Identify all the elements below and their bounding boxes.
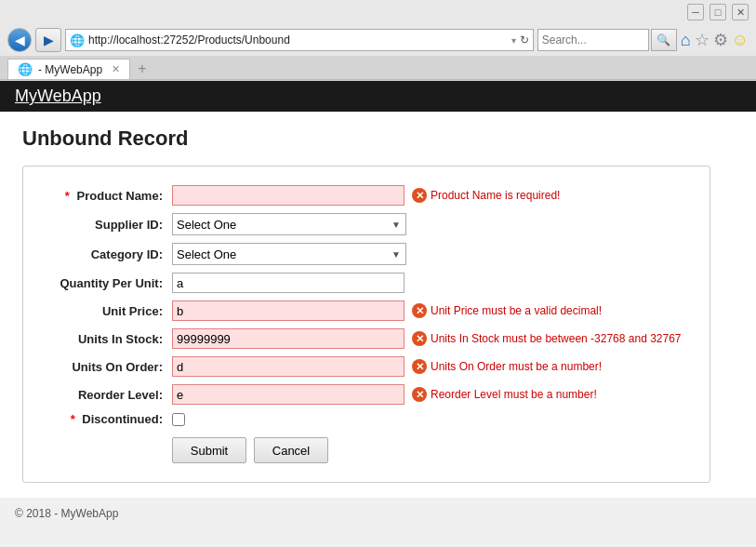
units-on-order-input[interactable] (172, 356, 405, 377)
smiley-icon[interactable]: ☺ (732, 31, 749, 50)
tab-bar: 🌐 - MyWebApp ✕ + (0, 56, 756, 80)
minimize-button[interactable]: ─ (687, 4, 704, 20)
category-id-row: Category ID: Select One (51, 243, 682, 265)
units-in-stock-error: ✕ Units In Stock must be between -32768 … (412, 331, 682, 346)
unit-price-input[interactable] (172, 300, 405, 321)
unit-price-row: Unit Price: ✕ Unit Price must be a valid… (51, 300, 682, 321)
reorder-level-error: ✕ Reorder Level must be a number! (412, 387, 597, 402)
toolbar-icons: ⌂ ☆ ⚙ ☺ (681, 30, 749, 50)
quantity-per-unit-input[interactable] (172, 273, 405, 293)
quantity-per-unit-row: Quantity Per Unit: (51, 273, 682, 293)
product-name-label: * Product Name: (51, 189, 172, 203)
search-bar: 🔍 (537, 29, 677, 51)
browser-tab[interactable]: 🌐 - MyWebApp ✕ (7, 59, 130, 79)
tab-close-button[interactable]: ✕ (112, 63, 120, 75)
quantity-per-unit-label: Quantity Per Unit: (51, 276, 172, 290)
unit-price-error-icon: ✕ (412, 303, 427, 318)
units-in-stock-error-text: Units In Stock must be between -32768 an… (431, 332, 682, 345)
reorder-level-label: Reorder Level: (51, 388, 172, 402)
footer: © 2018 - MyWebApp (0, 498, 756, 529)
required-star: * (65, 189, 70, 203)
supplier-id-label: Supplier ID: (51, 218, 172, 232)
search-input[interactable] (537, 29, 649, 51)
category-id-select[interactable]: Select One (172, 243, 406, 265)
address-icon: 🌐 (70, 33, 85, 47)
category-id-label: Category ID: (51, 247, 172, 261)
address-bar: ◀ ▶ 🌐 http://localhost:27252/Products/Un… (0, 24, 756, 56)
refresh-button[interactable]: ↻ (520, 33, 529, 47)
units-in-stock-row: Units In Stock: ✕ Units In Stock must be… (51, 328, 682, 349)
units-on-order-row: Units On Order: ✕ Units On Order must be… (51, 356, 682, 377)
home-icon[interactable]: ⌂ (681, 31, 691, 50)
error-icon: ✕ (412, 188, 427, 203)
brand-link[interactable]: MyWebApp (15, 87, 101, 105)
settings-icon[interactable]: ⚙ (713, 30, 728, 50)
supplier-select-wrap: Select One (172, 213, 406, 235)
discontinued-label: * Discontinued: (51, 412, 172, 426)
address-text: http://localhost:27252/Products/Unbound (88, 33, 511, 47)
address-dropdown[interactable]: ▾ (511, 35, 516, 46)
product-name-row: * Product Name: ✕ Product Name is requir… (51, 185, 682, 206)
close-button[interactable]: ✕ (732, 4, 749, 20)
units-in-stock-input[interactable] (172, 328, 405, 349)
discontinued-checkbox[interactable] (172, 413, 185, 426)
unit-price-label: Unit Price: (51, 304, 172, 318)
units-on-order-error: ✕ Units On Order must be a number! (412, 359, 602, 374)
forward-button[interactable]: ▶ (35, 28, 61, 52)
new-tab-button[interactable]: + (134, 60, 150, 77)
favorites-icon[interactable]: ☆ (695, 30, 710, 50)
back-button[interactable]: ◀ (7, 28, 32, 52)
units-on-order-label: Units On Order: (51, 360, 172, 374)
reorder-level-error-icon: ✕ (412, 387, 427, 402)
product-name-input[interactable] (172, 185, 405, 206)
supplier-id-select[interactable]: Select One (172, 213, 406, 235)
units-on-order-error-text: Units On Order must be a number! (431, 360, 602, 373)
units-in-stock-label: Units In Stock: (51, 332, 172, 346)
reorder-level-input[interactable] (172, 384, 405, 405)
button-row: Submit Cancel (51, 437, 682, 463)
product-name-error-text: Product Name is required! (431, 189, 560, 202)
unit-price-error-text: Unit Price must be a valid decimal! (431, 304, 602, 317)
units-on-order-error-icon: ✕ (412, 359, 427, 374)
discontinued-required-star: * (71, 412, 75, 426)
footer-text: © 2018 - MyWebApp (15, 507, 118, 520)
category-select-wrap: Select One (172, 243, 406, 265)
search-button[interactable]: 🔍 (651, 29, 677, 51)
address-input-wrap[interactable]: 🌐 http://localhost:27252/Products/Unboun… (65, 29, 534, 51)
product-name-error: ✕ Product Name is required! (412, 188, 560, 203)
cancel-button[interactable]: Cancel (254, 437, 328, 463)
title-bar: ─ □ ✕ (0, 0, 756, 24)
nav-bar: MyWebApp (0, 81, 756, 112)
form-card: * Product Name: ✕ Product Name is requir… (22, 166, 710, 483)
discontinued-row: * Discontinued: (51, 412, 682, 426)
supplier-id-row: Supplier ID: Select One (51, 213, 682, 235)
browser-chrome: ─ □ ✕ ◀ ▶ 🌐 http://localhost:27252/Produ… (0, 0, 756, 81)
page-title: Unbound Record (22, 127, 734, 151)
maximize-button[interactable]: □ (710, 4, 726, 20)
reorder-level-error-text: Reorder Level must be a number! (431, 388, 597, 401)
unit-price-error: ✕ Unit Price must be a valid decimal! (412, 303, 602, 318)
tab-favicon: 🌐 (18, 62, 33, 76)
reorder-level-row: Reorder Level: ✕ Reorder Level must be a… (51, 384, 682, 405)
tab-label: - MyWebApp (38, 63, 102, 76)
submit-button[interactable]: Submit (172, 437, 246, 463)
units-in-stock-error-icon: ✕ (412, 331, 427, 346)
page-content: Unbound Record * Product Name: ✕ Product… (0, 112, 756, 498)
